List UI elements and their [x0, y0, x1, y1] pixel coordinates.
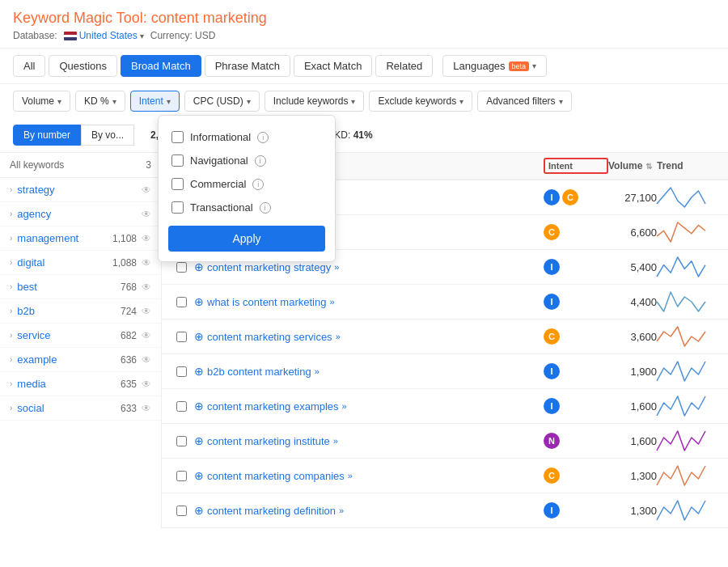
eye-icon[interactable]: 👁	[142, 281, 151, 293]
col-trend: Trend	[657, 160, 722, 171]
sidebar-item[interactable]: › digital 1,088 👁	[0, 251, 161, 275]
eye-icon[interactable]: 👁	[142, 403, 151, 414]
trend-sparkline	[657, 290, 705, 313]
intent-option-informational[interactable]: Informational i	[168, 125, 325, 149]
filter-cpc[interactable]: CPC (USD) ▾	[184, 91, 260, 112]
filter-advanced[interactable]: Advanced filters ▾	[477, 91, 571, 112]
transactional-checkbox[interactable]	[171, 201, 184, 214]
filter-intent[interactable]: Intent ▾	[130, 91, 180, 112]
row-checkbox[interactable]	[176, 262, 187, 273]
header-subtitle: Database: United States ▾ Currency: USD	[13, 30, 715, 41]
row-checkbox[interactable]	[176, 297, 187, 307]
tab-exact-match[interactable]: Exact Match	[294, 55, 373, 77]
filter-kd[interactable]: KD % ▾	[75, 91, 125, 112]
tab-all[interactable]: All	[13, 55, 45, 77]
flag-icon	[64, 32, 77, 40]
sidebar-item[interactable]: › best 768 👁	[0, 275, 161, 299]
eye-icon[interactable]: 👁	[142, 184, 151, 196]
keyword-link[interactable]: ⊕ content marketing strategy »	[194, 260, 544, 273]
eye-icon[interactable]: 👁	[142, 330, 151, 341]
trend-cell	[657, 499, 705, 522]
apply-button[interactable]: Apply	[168, 226, 325, 252]
tab-related[interactable]: Related	[375, 55, 433, 77]
row-checkbox-cell	[168, 297, 194, 307]
filter-include-keywords[interactable]: Include keywords ▾	[265, 91, 365, 112]
tab-questions[interactable]: Questions	[49, 55, 117, 77]
intent-badge-c: C	[544, 468, 560, 484]
sidebar-item[interactable]: › strategy 👁	[0, 178, 161, 202]
chevron-down-icon: ▾	[459, 97, 463, 106]
view-by-number[interactable]: By number	[13, 125, 81, 146]
row-checkbox[interactable]	[176, 332, 187, 342]
row-checkbox[interactable]	[176, 436, 187, 446]
info-icon[interactable]: i	[252, 179, 264, 190]
row-checkbox[interactable]	[176, 401, 187, 412]
eye-icon[interactable]: 👁	[142, 257, 151, 269]
sidebar-item[interactable]: › example 636 👁	[0, 348, 161, 372]
commercial-checkbox[interactable]	[171, 178, 184, 190]
double-arrow-icon: »	[333, 436, 338, 446]
intent-cell: C	[544, 328, 608, 345]
row-checkbox[interactable]	[176, 471, 187, 481]
info-icon[interactable]: i	[255, 155, 266, 167]
view-by-volume[interactable]: By vo...	[81, 125, 134, 146]
volume-cell: 1,300	[608, 505, 657, 517]
eye-icon[interactable]: 👁	[142, 379, 151, 390]
double-arrow-icon: »	[329, 297, 334, 307]
database-link[interactable]: United States ▾	[64, 30, 144, 41]
intent-cell: I	[544, 294, 608, 310]
keyword-link[interactable]: ⊕ content marketing services »	[194, 330, 544, 343]
sidebar-item[interactable]: › b2b 724 👁	[0, 299, 161, 324]
intent-option-transactional[interactable]: Transactional i	[168, 196, 325, 219]
intent-option-navigational[interactable]: Navigational i	[168, 149, 325, 172]
intent-badge-i: I	[544, 398, 560, 414]
row-checkbox[interactable]	[176, 366, 187, 377]
sidebar-item[interactable]: › social 633 👁	[0, 396, 161, 421]
volume-cell: 1,600	[608, 400, 657, 413]
filter-exclude-keywords[interactable]: Exclude keywords ▾	[369, 91, 472, 112]
keyword-link[interactable]: ⊕ content marketing institute »	[194, 434, 544, 447]
chevron-right-icon: ›	[10, 404, 12, 413]
keyword-link[interactable]: ⊕ what is content marketing »	[194, 295, 544, 308]
navigational-checkbox[interactable]	[171, 154, 184, 167]
eye-icon[interactable]: 👁	[142, 209, 151, 220]
info-icon[interactable]: i	[257, 132, 269, 143]
keyword-cell: ⊕ content marketing services »	[194, 330, 544, 343]
filter-volume[interactable]: Volume ▾	[13, 91, 70, 112]
trend-cell	[657, 186, 705, 209]
sidebar-item-label: agency	[17, 208, 51, 220]
sidebar-item[interactable]: › media 635 👁	[0, 372, 161, 396]
row-checkbox[interactable]	[176, 506, 187, 516]
trend-sparkline	[657, 360, 705, 383]
intent-badge-c: C	[562, 189, 578, 205]
chevron-right-icon: ›	[10, 379, 12, 388]
tab-broad-match[interactable]: Broad Match	[121, 55, 201, 77]
double-arrow-icon: »	[342, 401, 347, 411]
row-checkbox-cell	[168, 262, 194, 273]
row-checkbox-cell	[168, 366, 194, 377]
informational-checkbox[interactable]	[171, 131, 184, 143]
keyword-link[interactable]: ⊕ content marketing examples »	[194, 400, 544, 413]
trend-cell	[657, 429, 705, 452]
trend-sparkline	[657, 429, 705, 452]
keyword-link[interactable]: ⊕ content marketing companies »	[194, 469, 544, 482]
eye-icon[interactable]: 👁	[142, 233, 151, 244]
sidebar-item[interactable]: › management 1,108 👁	[0, 226, 161, 251]
sort-icon[interactable]: ⇅	[645, 162, 652, 171]
chevron-down-icon: ▾	[532, 61, 536, 70]
volume-cell: 6,600	[608, 226, 657, 239]
volume-cell: 3,600	[608, 331, 657, 343]
keyword-link[interactable]: ⊕ b2b content marketing »	[194, 365, 544, 378]
eye-icon[interactable]: 👁	[142, 354, 151, 366]
table-row: ⊕ content marketing companies » C 1,300	[162, 459, 728, 493]
intent-option-commercial[interactable]: Commercial i	[168, 172, 325, 196]
sidebar-item[interactable]: › service 682 👁	[0, 324, 161, 348]
sidebar-item[interactable]: › agency 👁	[0, 202, 161, 226]
languages-button[interactable]: Languages beta ▾	[442, 55, 547, 77]
keyword-link[interactable]: ⊕ content marketing definition »	[194, 504, 544, 517]
tab-phrase-match[interactable]: Phrase Match	[205, 55, 290, 77]
intent-badge-c: C	[544, 328, 560, 345]
info-icon[interactable]: i	[260, 202, 271, 214]
volume-cell: 5,400	[608, 261, 657, 273]
eye-icon[interactable]: 👁	[142, 306, 151, 317]
